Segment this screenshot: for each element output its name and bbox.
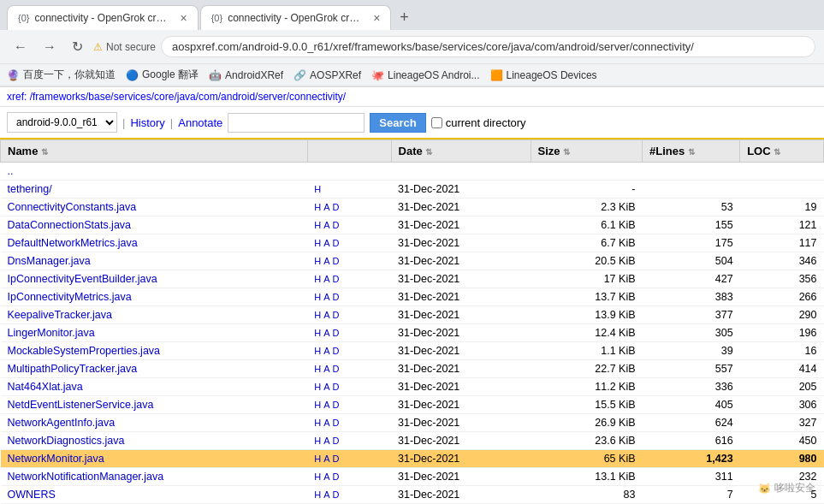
tab-2[interactable]: {0} connectivity - OpenGrok cross... × — [200, 5, 392, 30]
file-link[interactable]: NetworkNotificationManager.java — [8, 471, 164, 483]
file-link[interactable]: .. — [8, 165, 14, 177]
had-h-link[interactable]: H — [314, 418, 321, 428]
had-a-link[interactable]: A — [323, 220, 329, 230]
file-link[interactable]: NetworkAgentInfo.java — [8, 417, 116, 429]
file-date-cell: 31-Dec-2021 — [391, 216, 531, 234]
had-d-link[interactable]: D — [333, 436, 340, 446]
bookmark-google-translate[interactable]: 🔵 Google 翻译 — [126, 68, 199, 82]
had-a-link[interactable]: A — [323, 292, 329, 302]
had-d-link[interactable]: D — [333, 471, 340, 482]
forward-button[interactable]: → — [38, 36, 62, 58]
file-link[interactable]: NetdEventListenerService.java — [8, 399, 154, 411]
tab-1[interactable]: {0} connectivity - OpenGrok cross... × — [7, 5, 199, 30]
had-a-link[interactable]: A — [323, 400, 329, 410]
annotate-link[interactable]: Annotate — [178, 116, 222, 129]
tab-2-close[interactable]: × — [373, 11, 380, 25]
had-a-link[interactable]: A — [323, 382, 329, 392]
version-select[interactable]: android-9.0.0_r61 — [7, 112, 117, 133]
address-bar[interactable] — [161, 36, 815, 57]
had-d-link[interactable]: D — [333, 489, 340, 500]
history-link[interactable]: History — [130, 116, 164, 129]
file-link[interactable]: OWNERS — [8, 489, 56, 501]
had-d-link[interactable]: D — [333, 418, 340, 428]
had-a-link[interactable]: A — [323, 238, 329, 248]
had-h-link[interactable]: H — [314, 328, 321, 338]
current-dir-checkbox[interactable] — [431, 117, 442, 128]
had-h-link[interactable]: H — [314, 346, 321, 356]
search-input[interactable] — [228, 113, 365, 133]
file-link[interactable]: ConnectivityConstants.java — [8, 201, 137, 213]
tab-1-close[interactable]: × — [180, 11, 187, 25]
had-d-link[interactable]: D — [333, 364, 340, 374]
had-a-link[interactable]: A — [323, 471, 329, 482]
back-button[interactable]: ← — [9, 36, 33, 58]
file-link[interactable]: MockableSystemProperties.java — [8, 345, 161, 357]
had-a-link[interactable]: A — [323, 418, 329, 428]
file-link[interactable]: DataConnectionStats.java — [8, 219, 132, 231]
file-link[interactable]: IpConnectivityEventBuilder.java — [8, 273, 157, 285]
had-d-link[interactable]: D — [333, 202, 340, 212]
col-header-loc[interactable]: LOC ⇅ — [740, 140, 824, 163]
had-a-link[interactable]: A — [323, 310, 329, 320]
had-d-link[interactable]: D — [333, 274, 340, 284]
had-d-link[interactable]: D — [333, 454, 340, 464]
had-d-link[interactable]: D — [333, 328, 340, 338]
had-h-link[interactable]: H — [314, 471, 321, 482]
had-d-link[interactable]: D — [333, 220, 340, 230]
had-h-link[interactable]: H — [314, 310, 321, 320]
had-d-link[interactable]: D — [333, 292, 340, 302]
file-link[interactable]: Nat464Xlat.java — [8, 381, 83, 393]
file-link[interactable]: KeepaliveTracker.java — [8, 309, 113, 321]
had-d-link[interactable]: D — [333, 310, 340, 320]
had-h-link[interactable]: H — [314, 202, 321, 212]
nav-bar: ← → ↻ ⚠ Not secure — [0, 30, 824, 64]
search-button[interactable]: Search — [370, 113, 425, 133]
file-link[interactable]: NetworkDiagnostics.java — [8, 435, 125, 447]
had-h-link[interactable]: H — [314, 454, 321, 464]
file-link[interactable]: tethering/ — [8, 183, 52, 195]
had-a-link[interactable]: A — [323, 436, 329, 446]
had-h-link[interactable]: H — [314, 400, 321, 410]
had-h-link[interactable]: H — [314, 489, 321, 500]
bookmark-lineageos-android[interactable]: 🐙 LineageOS Androi... — [371, 69, 479, 81]
had-h-link[interactable]: H — [314, 220, 321, 230]
file-link[interactable]: IpConnectivityMetrics.java — [8, 291, 132, 303]
bookmark-lineageos-devices[interactable]: 🟧 LineageOS Devices — [490, 69, 597, 81]
had-a-link[interactable]: A — [323, 454, 329, 464]
had-a-link[interactable]: A — [323, 328, 329, 338]
had-d-link[interactable]: D — [333, 382, 340, 392]
col-header-size[interactable]: Size ⇅ — [531, 140, 642, 163]
had-d-link[interactable]: D — [333, 256, 340, 266]
had-a-link[interactable]: A — [323, 274, 329, 284]
col-header-date[interactable]: Date ⇅ — [391, 140, 531, 163]
breadcrumb-link[interactable]: xref: /frameworks/base/services/core/jav… — [7, 91, 346, 103]
file-link[interactable]: NetworkMonitor.java — [8, 453, 104, 465]
had-d-link[interactable]: D — [333, 346, 340, 356]
had-a-link[interactable]: A — [323, 364, 329, 374]
had-h-link[interactable]: H — [314, 238, 321, 248]
had-h-link[interactable]: H — [314, 436, 321, 446]
file-link[interactable]: DefaultNetworkMetrics.java — [8, 237, 138, 249]
had-h-link[interactable]: H — [314, 382, 321, 392]
had-a-link[interactable]: A — [323, 202, 329, 212]
had-h-link[interactable]: H — [314, 184, 321, 194]
bookmark-aospxref[interactable]: 🔗 AOSPXRef — [293, 69, 361, 81]
file-link[interactable]: MultipathPolicyTracker.java — [8, 363, 138, 375]
file-link[interactable]: LingerMonitor.java — [8, 327, 95, 339]
bookmark-baidu[interactable]: 🔮 百度一下，你就知道 — [7, 68, 116, 82]
had-h-link[interactable]: H — [314, 274, 321, 284]
file-link[interactable]: DnsManager.java — [8, 255, 91, 267]
had-a-link[interactable]: A — [323, 256, 329, 266]
had-h-link[interactable]: H — [314, 256, 321, 266]
col-header-name[interactable]: Name ⇅ — [1, 140, 308, 163]
had-d-link[interactable]: D — [333, 238, 340, 248]
had-a-link[interactable]: A — [323, 346, 329, 356]
col-header-lines[interactable]: #Lines ⇅ — [643, 140, 740, 163]
had-a-link[interactable]: A — [323, 489, 329, 500]
new-tab-button[interactable]: + — [393, 5, 416, 30]
had-d-link[interactable]: D — [333, 400, 340, 410]
had-h-link[interactable]: H — [314, 292, 321, 302]
bookmark-androidxref[interactable]: 🤖 AndroidXRef — [209, 69, 283, 81]
had-h-link[interactable]: H — [314, 364, 321, 374]
reload-button[interactable]: ↻ — [67, 35, 88, 58]
